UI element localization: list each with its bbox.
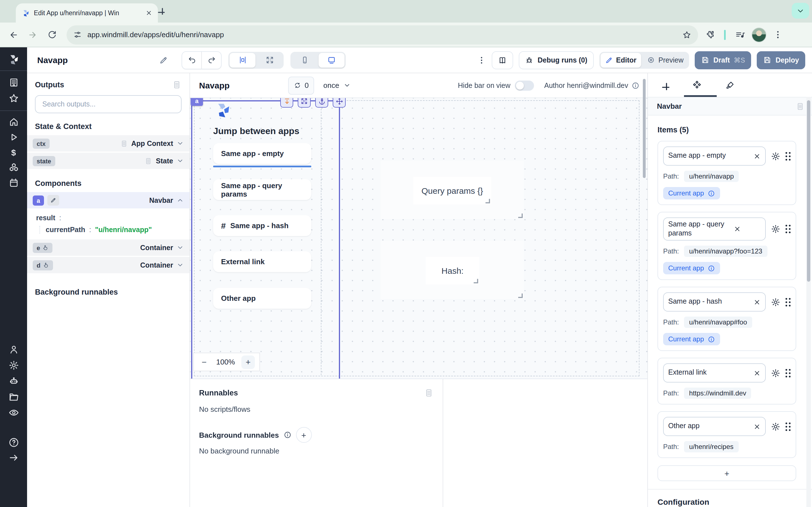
sidebar-item-favorites[interactable] [8, 93, 19, 104]
item-settings-gear-icon[interactable] [771, 151, 780, 161]
extensions-button[interactable] [702, 27, 717, 43]
bookmark-star-icon[interactable] [682, 30, 691, 39]
sidebar-item-settings[interactable] [8, 360, 19, 371]
reload-button[interactable] [44, 27, 60, 43]
hide-bar-toggle[interactable] [515, 80, 534, 91]
component-row-e[interactable]: e Container [27, 239, 190, 256]
resize-handle[interactable] [518, 293, 523, 298]
move-button[interactable] [333, 98, 346, 108]
chevron-up-icon[interactable] [176, 196, 184, 204]
tab-insert-component[interactable] [648, 80, 680, 90]
sidebar-item-folders[interactable] [8, 392, 19, 402]
sidebar-item-resources[interactable] [8, 162, 19, 173]
mobile-view-toggle[interactable] [292, 53, 317, 67]
panel-doc-icon[interactable] [796, 102, 805, 111]
item-path[interactable]: u/henri/recipes [684, 441, 739, 453]
item-settings-gear-icon[interactable] [771, 369, 780, 378]
tab-styling[interactable] [713, 80, 746, 90]
refresh-mode-dropdown[interactable]: once [323, 81, 350, 90]
center-layout-toggle[interactable] [230, 53, 255, 67]
sidebar-item-workspace[interactable] [8, 77, 19, 88]
browser-menu-button[interactable] [770, 27, 785, 43]
expand-down-button[interactable] [280, 98, 293, 108]
chevron-down-icon[interactable] [176, 157, 184, 165]
item-label-input[interactable]: Other app [663, 417, 766, 436]
drag-handle[interactable] [785, 298, 791, 306]
hash-container[interactable]: Hash: [380, 240, 524, 299]
media-controls-button[interactable] [732, 27, 748, 43]
tab-search-button[interactable] [792, 3, 809, 18]
tab-editor[interactable]: Editor [600, 53, 641, 67]
nav-item-other-app[interactable]: Other app [213, 288, 311, 309]
more-options-button[interactable] [477, 55, 486, 64]
chevron-down-icon[interactable] [176, 140, 184, 147]
sidebar-item-audit-logs[interactable] [8, 407, 19, 418]
item-path[interactable]: u/henri/navapp?foo=123 [684, 246, 767, 257]
add-item-button[interactable]: + [658, 466, 796, 482]
full-width-toggle[interactable] [257, 53, 283, 67]
draft-button[interactable]: Draft ⌘S [695, 51, 751, 69]
resize-handle[interactable] [518, 214, 523, 218]
item-settings-gear-icon[interactable] [771, 224, 780, 234]
info-icon[interactable] [708, 265, 715, 272]
drag-handle[interactable] [785, 152, 791, 160]
info-icon[interactable] [708, 336, 715, 343]
panel-doc-icon[interactable] [424, 388, 434, 398]
anchor-button[interactable] [315, 98, 328, 108]
nav-item-query-params[interactable]: Same app - query params [213, 179, 311, 200]
info-icon[interactable] [708, 189, 715, 197]
item-settings-gear-icon[interactable] [771, 297, 780, 307]
output-row-ctx[interactable]: ctx App Context [27, 135, 190, 152]
deploy-button[interactable]: Deploy [757, 51, 805, 69]
item-label-input[interactable]: Same app - hash [663, 293, 766, 312]
refresh-count-button[interactable]: 0 [288, 76, 314, 94]
info-icon[interactable] [631, 81, 640, 89]
item-path[interactable]: u/henri/navapp [684, 171, 739, 182]
tab-close-icon[interactable] [146, 10, 152, 16]
selected-component-badge[interactable]: a [191, 98, 203, 106]
sidebar-item-runs[interactable] [8, 132, 19, 143]
doc-icon[interactable] [120, 139, 128, 147]
rename-app-button[interactable] [159, 55, 168, 64]
resize-handle[interactable] [474, 279, 478, 283]
search-outputs-input[interactable] [41, 100, 175, 109]
nav-item-same-app-empty[interactable]: Same app - empty [213, 143, 311, 164]
drag-handle[interactable] [785, 422, 791, 431]
navbar-result-tree[interactable]: result : currentPath : "u/henri/navapp" [27, 210, 190, 239]
address-bar[interactable]: app.windmill.dev/apps/edit/u/henri/navap… [66, 25, 698, 44]
clear-icon[interactable] [753, 370, 761, 377]
desktop-view-toggle[interactable] [319, 53, 345, 67]
zoom-out-button[interactable]: − [199, 357, 210, 367]
profile-avatar[interactable] [752, 27, 766, 42]
hash-textbox[interactable]: Hash: [426, 257, 479, 284]
component-row-d[interactable]: d Container [27, 257, 190, 273]
sidebar-item-users[interactable] [8, 344, 19, 355]
sidebar-item-workers[interactable] [8, 376, 19, 386]
new-tab-button[interactable] [156, 6, 165, 15]
resize-handle[interactable] [486, 199, 490, 203]
docs-button[interactable] [492, 51, 513, 69]
clear-icon[interactable] [733, 225, 741, 233]
tab-component-settings[interactable] [680, 80, 713, 90]
forward-button[interactable] [25, 27, 41, 43]
sidebar-item-variables[interactable]: $ [11, 147, 16, 158]
panel-doc-icon[interactable] [172, 80, 182, 90]
output-row-state[interactable]: state State [27, 153, 190, 169]
item-label-input[interactable]: External link [663, 363, 766, 383]
sidebar-item-help[interactable] [8, 437, 19, 448]
item-path[interactable]: https://windmill.dev [684, 388, 751, 399]
undo-button[interactable] [182, 52, 201, 68]
clear-icon[interactable] [753, 152, 761, 160]
site-settings-icon[interactable] [73, 31, 82, 39]
nav-item-hash[interactable]: #Same app - hash [213, 215, 311, 236]
windmill-logo[interactable] [7, 54, 20, 66]
settings-scrollbar-thumb[interactable] [807, 100, 810, 282]
component-row-navbar[interactable]: a Navbar [27, 192, 190, 209]
doc-icon[interactable] [145, 157, 153, 165]
redo-button[interactable] [201, 52, 221, 68]
chevron-down-icon[interactable] [176, 244, 184, 251]
sidebar-item-schedules[interactable] [8, 177, 19, 188]
sidebar-item-home[interactable] [8, 117, 19, 127]
clear-icon[interactable] [753, 298, 761, 306]
app-canvas[interactable]: a Jump between apps Same app - empty Sam… [190, 98, 647, 379]
